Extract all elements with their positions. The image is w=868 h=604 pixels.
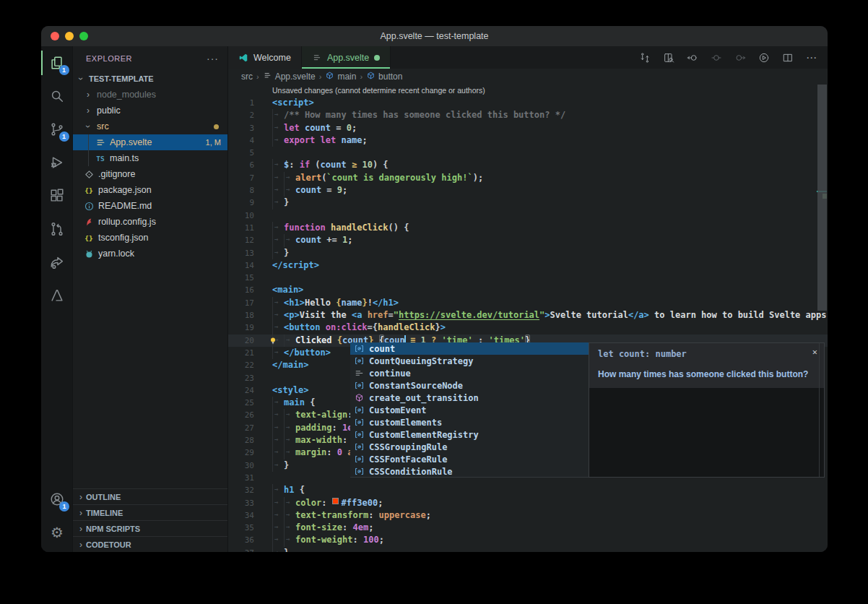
code-line-4[interactable]: 4export let name; — [228, 134, 828, 147]
code-line-33[interactable]: 33color: #ff3e00; — [228, 497, 828, 509]
breadcrumb-item-src[interactable]: src — [241, 72, 253, 82]
more-actions-icon[interactable]: ⋯ — [803, 49, 820, 66]
code-line-6[interactable]: 6$: if (count ≥ 10) { — [228, 159, 828, 171]
breadcrumb-item-button[interactable]: button — [366, 71, 402, 82]
file-row-public[interactable]: ›public — [73, 103, 227, 118]
file-row-tsconfig-json[interactable]: {}tsconfig.json — [73, 230, 227, 246]
suggest-item-customelementregistry[interactable]: CustomElementRegistry — [350, 428, 589, 441]
panel-outline[interactable]: ›OUTLINE — [73, 488, 227, 504]
source-control-icon[interactable]: 1 — [41, 113, 73, 146]
code-token: main — [284, 397, 305, 409]
split-editor-icon[interactable] — [779, 49, 797, 66]
tab-welcome[interactable]: Welcome — [228, 46, 302, 69]
code-token: { — [305, 397, 315, 409]
code-line-3[interactable]: 3let count = 0; — [228, 122, 828, 134]
code-line-35[interactable]: 35font-size: 4em; — [228, 522, 828, 534]
code-line-32[interactable]: 32h1 { — [228, 484, 828, 496]
file-row-readme-md[interactable]: README.md — [73, 198, 227, 214]
run-debug-icon[interactable] — [41, 146, 73, 179]
code-line-17[interactable]: 17<h1>Hello {name}!</h1> — [228, 297, 828, 309]
code-line-14[interactable]: 14</script> — [228, 259, 828, 272]
extensions-icon[interactable] — [41, 179, 73, 212]
code-token: Hello — [305, 297, 336, 309]
panel-timeline[interactable]: ›TIMELINE — [73, 504, 227, 520]
account-icon[interactable]: 1 — [41, 483, 73, 516]
close-window-button[interactable] — [51, 32, 59, 40]
panel-codetour[interactable]: ›CODETOUR — [73, 536, 227, 552]
file-name: tsconfig.json — [98, 233, 148, 243]
suggest-item-cssgroupingrule[interactable]: CSSGroupingRule — [350, 441, 589, 453]
code-line-5[interactable]: 5 — [228, 147, 828, 159]
code-line-15[interactable]: 15 — [228, 272, 828, 284]
file-name: rollup.config.js — [98, 217, 156, 227]
file-row-node-modules[interactable]: ›node_modules — [73, 87, 227, 103]
file-row-app-svelte[interactable]: App.svelte1, M — [73, 134, 227, 150]
indent-guide — [88, 150, 89, 166]
tab-app-svelte[interactable]: App.svelte — [302, 46, 391, 69]
github-pull-requests-icon[interactable] — [41, 212, 73, 246]
compare-changes-icon[interactable] — [636, 49, 654, 66]
previous-change-icon[interactable] — [684, 49, 701, 66]
file-row-rollup-config-js[interactable]: rollup.config.js — [73, 214, 227, 230]
breadcrumb-item-app-svelte[interactable]: App.svelte — [263, 71, 316, 82]
search-icon[interactable] — [41, 79, 73, 113]
lightbulb-icon[interactable] — [269, 337, 277, 345]
code-line-12[interactable]: 12count += 1; — [228, 234, 828, 246]
editor-scrollbar[interactable] — [817, 85, 827, 311]
more-actions-icon[interactable]: ··· — [207, 53, 219, 64]
suggest-item-countqueuingstrategy[interactable]: CountQueuingStrategy — [350, 355, 589, 367]
code-token: font-weight — [295, 534, 352, 546]
code-line-13[interactable]: 13} — [228, 247, 828, 259]
title-bar[interactable]: App.svelte — test-template — [41, 26, 828, 46]
suggest-item-continue[interactable]: continue — [350, 367, 589, 379]
azure-icon[interactable] — [41, 279, 73, 312]
sidebar-header: EXPLORER ··· — [73, 46, 227, 71]
line-number: 20 — [228, 335, 254, 347]
code-line-2[interactable]: 2/** How many times has someone clicked … — [228, 109, 828, 121]
editor-content[interactable]: Unsaved changes (cannot determine recent… — [228, 85, 828, 552]
code-line-10[interactable]: 10 — [228, 210, 828, 222]
file-row-src[interactable]: ›src — [73, 118, 227, 134]
code-line-1[interactable]: 1<script> — [228, 97, 828, 109]
current-change-icon[interactable] — [708, 49, 725, 66]
suggest-item-customevent[interactable]: CustomEvent — [350, 404, 589, 416]
details-scrollbar[interactable] — [819, 343, 820, 477]
next-change-icon[interactable] — [732, 49, 749, 66]
code-line-37[interactable]: 37} — [228, 547, 828, 552]
file-row-yarn-lock[interactable]: yarn.lock — [73, 246, 227, 262]
suggest-item-count[interactable]: count — [350, 342, 589, 355]
folder-section-header[interactable]: › TEST-TEMPLATE — [73, 71, 227, 87]
file-row-main-ts[interactable]: TSmain.ts — [73, 150, 227, 166]
settings-icon[interactable]: ⚙ — [41, 516, 73, 549]
suggest-item-cssfontfacerule[interactable]: CSSFontFaceRule — [350, 453, 589, 465]
run-file-icon[interactable] — [755, 49, 773, 66]
suggest-item-create_out_transition[interactable]: create_out_transition — [350, 392, 589, 404]
suggest-item-cssconditionrule[interactable]: CSSConditionRule — [350, 465, 589, 478]
suggest-item-constantsourcenode[interactable]: ConstantSourceNode — [350, 379, 589, 392]
code-line-16[interactable]: 16<main> — [228, 284, 828, 296]
panel-npm-scripts[interactable]: ›NPM SCRIPTS — [73, 520, 227, 536]
code-line-18[interactable]: 18<p>Visit the <a href="https://svelte.d… — [228, 309, 828, 322]
code-line-9[interactable]: 9} — [228, 197, 828, 209]
code-line-8[interactable]: 8count = 9; — [228, 184, 828, 197]
file-row--gitignore[interactable]: .gitignore — [73, 166, 227, 182]
code-token: { — [336, 297, 341, 309]
code-line-36[interactable]: 36font-weight: 100; — [228, 534, 828, 546]
zoom-window-button[interactable] — [79, 32, 88, 40]
explorer-icon[interactable]: 1 — [41, 46, 73, 79]
code-line-34[interactable]: 34text-transform: uppercase; — [228, 509, 828, 522]
code-line-19[interactable]: 19<button on:click={handleClick}> — [228, 322, 828, 334]
close-icon[interactable]: ✕ — [812, 347, 817, 357]
live-share-icon[interactable] — [41, 246, 73, 279]
open-preview-icon[interactable] — [660, 49, 677, 66]
code-token: () { — [389, 222, 409, 234]
breadcrumb-item-main[interactable]: main — [325, 71, 356, 82]
suggest-item-customelements[interactable]: customElements — [350, 416, 589, 428]
minimize-window-button[interactable] — [65, 32, 74, 40]
code-line-7[interactable]: 7alert(`count is dangerously high!`); — [228, 172, 828, 184]
code-line-11[interactable]: 11function handleClick() { — [228, 222, 828, 234]
code-text: <script> — [272, 97, 314, 109]
suggest-label: CSSFontFaceRule — [369, 454, 447, 465]
file-row-package-json[interactable]: {}package.json — [73, 182, 227, 198]
codelens-annotation[interactable]: Unsaved changes (cannot determine recent… — [272, 86, 828, 97]
